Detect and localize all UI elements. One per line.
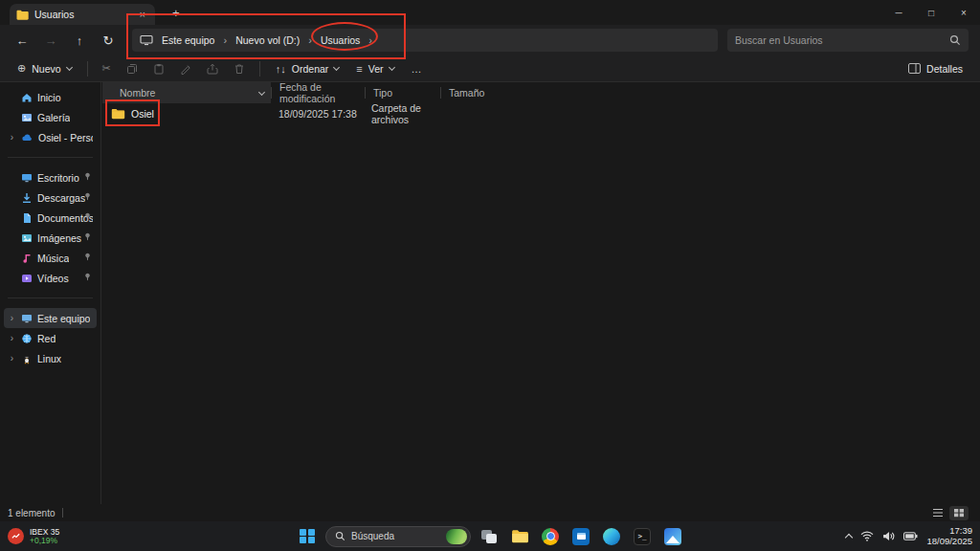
search-icon (949, 34, 961, 46)
new-button[interactable]: ⊕ Nuevo (10, 58, 79, 78)
desktop: Usuarios × + ─ □ × ← → ↑ ↻ Este equipo ›… (0, 0, 980, 551)
stock-change: +0,19% (30, 537, 59, 545)
view-icon: ≡ (356, 63, 362, 75)
expand-chevron-icon[interactable]: › (8, 132, 16, 143)
close-button[interactable]: × (947, 0, 980, 25)
expand-chevron-icon[interactable]: › (8, 313, 16, 323)
clock-date: 18/09/2025 (926, 537, 972, 547)
column-header-fecha[interactable]: Fecha de modificación (272, 82, 365, 103)
column-label: Tipo (373, 87, 392, 99)
wifi-icon[interactable] (860, 531, 874, 541)
file-explorer-icon[interactable] (507, 524, 532, 549)
photos-icon[interactable] (660, 524, 685, 549)
sidebar-item-red[interactable]: › Red (4, 328, 97, 348)
task-view-icon[interactable] (477, 524, 501, 549)
sidebar-item-inicio[interactable]: Inicio (4, 87, 97, 107)
rename-button[interactable] (173, 59, 198, 78)
folder-icon (16, 10, 29, 20)
up-button[interactable]: ↑ (65, 28, 94, 53)
paste-button[interactable] (146, 59, 171, 78)
widgets-button[interactable]: IBEX 35 +0,19% (8, 528, 59, 545)
navigation-bar: ← → ↑ ↻ Este equipo › Nuevo vol (D:) › U… (0, 25, 980, 55)
refresh-button[interactable]: ↻ (94, 28, 122, 53)
chevron-right-icon[interactable]: › (368, 34, 372, 46)
sidebar-item-escritorio[interactable]: Escritorio (4, 167, 97, 187)
sidebar-item-label: Inicio (37, 92, 61, 103)
linux-penguin-icon (21, 353, 33, 364)
onedrive-cloud-icon (21, 133, 33, 142)
sidebar-item-musica[interactable]: Música (4, 248, 97, 268)
sidebar-item-label: Galería (37, 112, 70, 123)
desktop-icon (21, 172, 33, 184)
column-label: Tamaño (449, 87, 484, 99)
details-view-button[interactable] (928, 506, 947, 520)
clock[interactable]: 17:39 18/09/2025 (926, 526, 972, 547)
maximize-button[interactable]: □ (915, 0, 947, 25)
sidebar-item-videos[interactable]: Vídeos (4, 268, 97, 288)
breadcrumb-usuarios[interactable]: Usuarios (318, 33, 363, 48)
sort-button[interactable]: ↑↓ Ordenar (268, 59, 347, 78)
file-row-osiel[interactable]: Osiel 18/09/2025 17:38 Carpeta de archiv… (102, 103, 980, 124)
chevron-right-icon[interactable]: › (308, 34, 312, 46)
chevron-down-icon (333, 64, 340, 71)
expand-chevron-icon[interactable]: › (8, 353, 16, 364)
toolbar-divider (87, 61, 88, 77)
sidebar-item-imagenes[interactable]: Imágenes (4, 228, 97, 248)
column-header-nombre[interactable]: Nombre (102, 82, 271, 103)
delete-button[interactable] (227, 59, 252, 78)
plus-circle-icon: ⊕ (17, 62, 26, 75)
volume-icon[interactable] (882, 531, 895, 541)
chrome-icon[interactable] (538, 524, 563, 549)
edge-icon[interactable] (599, 524, 624, 549)
back-button[interactable]: ← (8, 28, 36, 53)
address-bar[interactable]: Este equipo › Nuevo vol (D:) › Usuarios … (132, 29, 718, 52)
large-icons-view-button[interactable] (949, 506, 969, 520)
view-button[interactable]: ≡ Ver (348, 59, 401, 78)
copy-button[interactable] (120, 59, 145, 78)
sidebar-divider (8, 298, 93, 298)
sidebar-item-galeria[interactable]: Galería (4, 107, 97, 127)
more-options-button[interactable]: … (404, 59, 430, 78)
tab-close-icon[interactable]: × (137, 9, 148, 20)
this-pc-icon (21, 313, 33, 324)
taskbar-search-button[interactable]: Búsqueda (325, 526, 471, 547)
search-input[interactable] (735, 34, 949, 46)
new-tab-button[interactable]: + (168, 6, 184, 20)
file-list: Nombre Fecha de modificación Tipo Tamaño… (102, 82, 980, 504)
breadcrumb-nuevo-vol-d[interactable]: Nuevo vol (D:) (233, 33, 302, 48)
details-pane-button[interactable]: Detalles (901, 59, 970, 78)
clipboard-icon (153, 63, 165, 75)
hidden-icons-chevron-icon[interactable] (845, 534, 853, 541)
sidebar-item-linux[interactable]: › Linux (4, 348, 97, 368)
taskbar-center: Búsqueda >_ (295, 524, 685, 549)
battery-icon[interactable] (903, 532, 918, 540)
sidebar-item-onedrive[interactable]: › Osiel - Personal (4, 127, 97, 147)
forward-button[interactable]: → (36, 28, 65, 53)
tab-usuarios[interactable]: Usuarios × (10, 4, 155, 25)
column-header-tamano[interactable]: Tamaño (441, 82, 497, 103)
title-bar: Usuarios × + ─ □ × (0, 0, 980, 25)
expand-chevron-icon[interactable]: › (8, 333, 16, 343)
store-icon[interactable] (568, 524, 593, 549)
taskbar: IBEX 35 +0,19% Búsqueda >_ (0, 521, 980, 551)
sidebar-item-descargas[interactable]: Descargas (4, 187, 97, 208)
sidebar-item-documentos[interactable]: Documentos (4, 208, 97, 228)
cut-button[interactable]: ✂ (96, 58, 118, 78)
sidebar-item-label: Escritorio (37, 172, 79, 184)
chevron-right-icon[interactable]: › (223, 34, 227, 46)
sidebar-item-este-equipo[interactable]: › Este equipo (4, 308, 97, 328)
start-button[interactable] (295, 524, 320, 549)
search-box[interactable] (727, 29, 969, 52)
share-button[interactable] (200, 59, 225, 78)
breadcrumb-este-equipo[interactable]: Este equipo (159, 33, 217, 48)
pin-icon (83, 231, 92, 244)
terminal-icon[interactable]: >_ (630, 524, 655, 549)
file-modified: 18/09/2025 17:38 (278, 108, 357, 120)
chevron-down-icon[interactable] (258, 88, 265, 95)
minimize-button[interactable]: ─ (882, 0, 915, 25)
column-header-tipo[interactable]: Tipo (366, 82, 440, 103)
column-label: Fecha de modificación (279, 81, 365, 104)
details-pane-icon (908, 63, 921, 74)
window-controls: ─ □ × (882, 0, 980, 25)
pictures-icon (21, 232, 33, 244)
